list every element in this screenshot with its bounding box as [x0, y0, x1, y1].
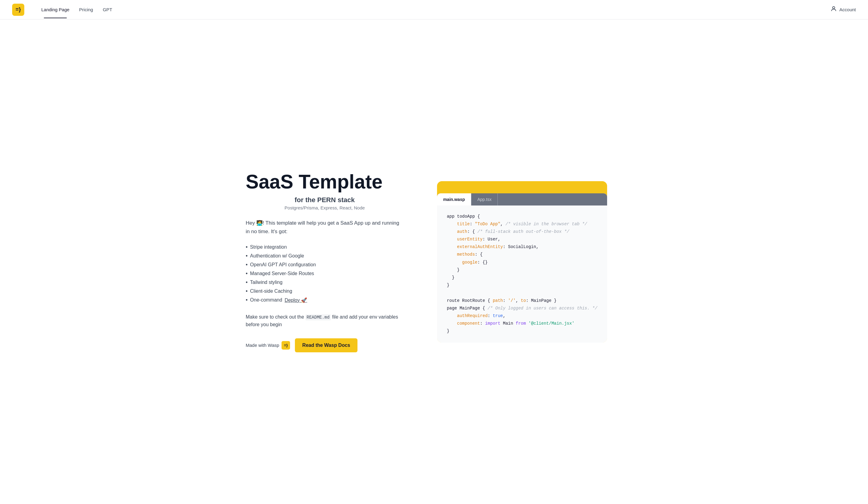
made-with-label: Made with Wasp [246, 343, 279, 348]
navbar: =} Landing Page Pricing GPT Account [0, 0, 868, 19]
code-line [447, 289, 597, 297]
code-line: userEntity: User, [447, 235, 597, 243]
account-icon [830, 6, 837, 14]
made-with-wasp: Made with Wasp =} [246, 341, 290, 350]
code-line: } [447, 327, 597, 335]
nav-pricing[interactable]: Pricing [74, 1, 98, 18]
list-item: One-command Deploy 🚀 [246, 296, 404, 305]
code-body: app todoApp { title: "ToDo App", /* visi… [437, 205, 607, 343]
list-item: Stripe integration [246, 243, 404, 252]
hero-description: Hey 🧑‍💻! This template will help you get… [246, 219, 404, 235]
nav-links: Landing Page Pricing GPT [37, 1, 830, 18]
feature-list: Stripe integration Authentication w/ Goo… [246, 243, 404, 305]
nav-landing-page[interactable]: Landing Page [37, 1, 74, 18]
logo[interactable]: =} [12, 4, 24, 16]
list-item: OpenAI GPT API configuration [246, 261, 404, 269]
list-item: Managed Server-Side Routes [246, 269, 404, 278]
code-line: title: "ToDo App", /* visible in the bro… [447, 220, 597, 228]
code-line: externalAuthEntity: SocialLogin, [447, 243, 597, 251]
code-line: google: {} [447, 259, 597, 266]
code-line: component: import Main from '@client/Mai… [447, 320, 597, 327]
code-editor: main.wasp App.tsx app todoApp { title: "… [437, 193, 607, 343]
readme-code: README.md [306, 314, 331, 320]
left-column: SaaS Template for the PERN stack Postgre… [246, 171, 404, 352]
hero-stack: Postgres/Prisma, Express, React, Node [246, 205, 404, 210]
code-line: route RootRoute { path: '/', to: MainPag… [447, 297, 597, 305]
main-content: SaaS Template for the PERN stack Postgre… [221, 19, 647, 504]
code-line: app todoApp { [447, 213, 597, 220]
hero-subtitle: for the PERN stack [246, 196, 404, 204]
editor-tabs: main.wasp App.tsx [437, 193, 607, 205]
deploy-link[interactable]: Deploy 🚀 [285, 297, 307, 303]
code-line: page MainPage { /* Only logged in users … [447, 305, 597, 312]
tab-app-tsx[interactable]: App.tsx [471, 193, 498, 205]
nav-gpt[interactable]: GPT [98, 1, 117, 18]
readme-note: Make sure to check out the README.md fil… [246, 313, 404, 329]
list-item: Client-side Caching [246, 287, 404, 296]
list-item: Tailwind styling [246, 278, 404, 287]
list-item: Authentication w/ Google [246, 252, 404, 261]
code-line: auth: { /* full-stack auth out-of-the-bo… [447, 228, 597, 235]
code-line: } [447, 266, 597, 274]
code-line: methods: { [447, 251, 597, 259]
code-line: } [447, 274, 597, 282]
wasp-logo-small: =} [281, 341, 290, 350]
code-editor-wrapper: main.wasp App.tsx app todoApp { title: "… [437, 181, 607, 343]
hero-title: SaaS Template [246, 171, 404, 192]
tab-main-wasp[interactable]: main.wasp [437, 193, 471, 205]
bottom-bar: Made with Wasp =} Read the Wasp Docs [246, 338, 404, 352]
read-docs-button[interactable]: Read the Wasp Docs [295, 338, 358, 352]
right-column: main.wasp App.tsx app todoApp { title: "… [422, 181, 622, 343]
logo-icon: =} [12, 4, 24, 16]
code-line: } [447, 282, 597, 289]
code-line: authRequired: true, [447, 312, 597, 320]
svg-point-0 [833, 7, 835, 9]
account-label: Account [839, 7, 856, 12]
account-menu[interactable]: Account [830, 6, 856, 14]
